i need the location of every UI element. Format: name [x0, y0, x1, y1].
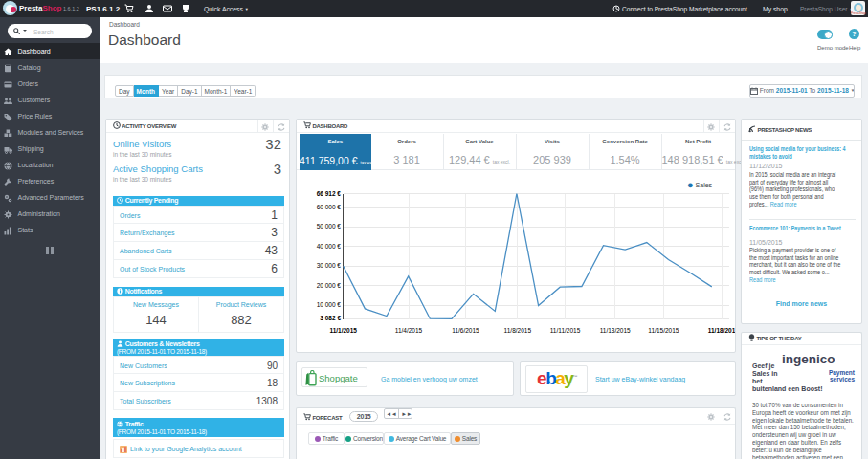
svg-text:11/11/2015: 11/11/2015	[550, 327, 581, 334]
svg-text:11/6/2015: 11/6/2015	[452, 327, 479, 334]
svg-text:10 000 €: 10 000 €	[317, 301, 342, 308]
svg-text:66 912 €: 66 912 €	[317, 190, 342, 197]
svg-text:11/18/201: 11/18/201	[708, 327, 735, 334]
svg-text:11/1/2015: 11/1/2015	[329, 327, 357, 334]
svg-text:11/4/2015: 11/4/2015	[395, 327, 423, 334]
svg-text:11/13/2015: 11/13/2015	[600, 327, 631, 334]
svg-text:3 082 €: 3 082 €	[320, 315, 341, 321]
svg-text:20 000 €: 20 000 €	[317, 282, 342, 289]
svg-text:40 000 €: 40 000 €	[317, 243, 342, 250]
svg-text:50 000 €: 50 000 €	[317, 223, 342, 230]
svg-text:60 000 €: 60 000 €	[317, 204, 342, 210]
svg-text:11/15/2015: 11/15/2015	[648, 327, 679, 334]
svg-text:30 000 €: 30 000 €	[317, 262, 342, 269]
svg-text:11/8/2015: 11/8/2015	[504, 327, 532, 334]
